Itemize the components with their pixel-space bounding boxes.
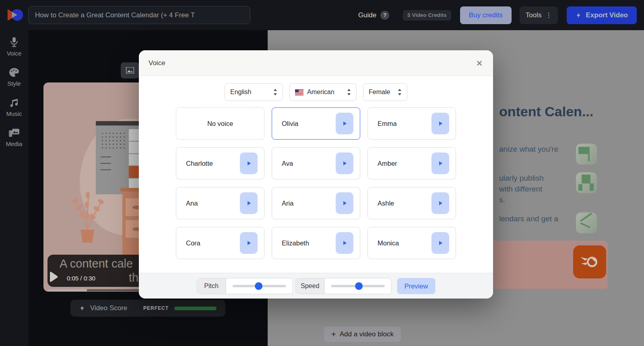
video-preview[interactable]: A content cale tha 0:05 / 0:30 xyxy=(43,82,147,292)
modal-title: Voice xyxy=(149,59,165,67)
sidebar-item-voice[interactable]: Voice xyxy=(7,37,22,57)
play-voice-button[interactable] xyxy=(336,192,353,214)
add-video-block-label: Add a video block xyxy=(340,330,394,338)
gender-value: Female xyxy=(369,89,390,96)
play-voice-button[interactable] xyxy=(336,113,353,134)
voice-name: Ava xyxy=(282,160,293,167)
media-icon xyxy=(8,128,20,138)
pitch-slider-thumb[interactable] xyxy=(255,282,262,290)
gender-select[interactable]: Female xyxy=(363,83,407,101)
voice-card-emma[interactable]: Emma xyxy=(367,107,456,140)
article-text: with different xyxy=(499,185,542,194)
voice-card-monica[interactable]: Monica xyxy=(367,227,456,259)
voice-card-ana[interactable]: Ana xyxy=(176,187,264,219)
voice-grid: No voice Olivia Emma Charlotte Ava Amber… xyxy=(176,107,456,259)
modal-header: Voice ✕ xyxy=(139,50,493,76)
media-thumbnail-button[interactable] xyxy=(121,62,139,78)
palette-icon xyxy=(9,68,19,77)
sidebar-item-media[interactable]: Media xyxy=(6,128,23,147)
play-icon xyxy=(437,200,444,207)
play-voice-button[interactable] xyxy=(431,232,449,254)
voice-name: Ashle xyxy=(378,200,394,207)
voice-name: Cora xyxy=(186,239,200,247)
article-text: ularly publish xyxy=(499,174,544,183)
play-icon xyxy=(341,120,348,127)
play-voice-button[interactable] xyxy=(431,113,449,134)
pitch-control: Pitch xyxy=(197,278,293,294)
guide-link[interactable]: Guide xyxy=(358,11,376,19)
microphone-icon xyxy=(9,37,19,47)
pitch-slider[interactable] xyxy=(226,278,293,294)
voice-modal: Voice ✕ English American Female xyxy=(139,50,493,299)
voice-card-ashle[interactable]: Ashle xyxy=(367,187,456,219)
play-voice-button[interactable] xyxy=(336,152,353,174)
play-icon xyxy=(341,200,348,207)
article-thumbnail xyxy=(576,144,597,165)
voice-name: Olivia xyxy=(282,120,298,128)
play-voice-button[interactable] xyxy=(240,232,258,254)
play-voice-button[interactable] xyxy=(336,232,353,254)
play-icon xyxy=(341,239,348,247)
video-score-label: Video Score xyxy=(90,304,127,312)
play-icon xyxy=(437,239,444,247)
voice-name: Aria xyxy=(282,200,293,207)
voice-filters: English American Female xyxy=(225,83,407,101)
voice-card-no-voice[interactable]: No voice xyxy=(176,107,264,140)
voice-card-olivia[interactable]: Olivia xyxy=(272,107,360,140)
voice-card-amber[interactable]: Amber xyxy=(367,147,456,179)
updown-caret-icon xyxy=(273,89,277,95)
video-title-input[interactable] xyxy=(28,6,250,24)
voice-name: Emma xyxy=(378,120,397,128)
play-voice-button[interactable] xyxy=(240,152,258,174)
sidebar-item-music[interactable]: Music xyxy=(6,98,22,117)
progress-bar-elapsed[interactable] xyxy=(48,289,87,291)
speed-slider[interactable] xyxy=(325,278,391,294)
kebab-menu-icon: ⋮ xyxy=(545,11,552,19)
sidebar-label: Media xyxy=(6,140,23,147)
play-voice-button[interactable] xyxy=(240,192,258,214)
voice-card-ava[interactable]: Ava xyxy=(272,147,360,179)
voice-card-cora[interactable]: Cora xyxy=(176,227,264,259)
voice-name: No voice xyxy=(207,120,233,128)
add-video-block-button[interactable]: + Add a video block xyxy=(324,327,401,342)
play-voice-button[interactable] xyxy=(431,192,449,214)
video-score-bar[interactable]: Video Score PERFECT xyxy=(70,300,225,317)
play-voice-button[interactable] xyxy=(431,152,449,174)
accent-value: American xyxy=(307,89,334,96)
close-icon[interactable]: ✕ xyxy=(474,58,485,69)
pitch-slider-track[interactable] xyxy=(233,285,286,287)
plus-icon: + xyxy=(331,330,336,338)
voice-card-charlotte[interactable]: Charlotte xyxy=(176,147,264,179)
voice-name: Amber xyxy=(378,160,397,167)
sidebar-item-style[interactable]: Style xyxy=(7,68,21,87)
voice-card-elizabeth[interactable]: Elizabeth xyxy=(272,227,360,259)
article-text: anize what you're xyxy=(499,145,558,154)
article-heading: ontent Calen... xyxy=(499,104,593,119)
speed-slider-thumb[interactable] xyxy=(355,282,363,290)
modal-footer: Pitch Speed Preview xyxy=(139,273,493,299)
image-icon xyxy=(126,67,134,74)
subtitle-overlay[interactable]: A content cale tha 0:05 / 0:30 xyxy=(47,255,147,287)
play-icon xyxy=(341,160,348,167)
export-video-button[interactable]: Export Video xyxy=(567,6,637,24)
buy-credits-button[interactable]: Buy credits xyxy=(460,6,512,24)
voice-name: Monica xyxy=(378,239,399,247)
app-logo-icon[interactable] xyxy=(6,6,24,24)
article-text: s. xyxy=(499,196,505,204)
voice-name: Elizabeth xyxy=(282,239,309,247)
top-bar: Guide ? 5 Video Credits Buy credits Tool… xyxy=(0,0,644,30)
play-icon[interactable] xyxy=(49,272,58,284)
illustration-plant xyxy=(64,178,111,243)
tools-button[interactable]: Tools ⋮ xyxy=(520,6,558,24)
speed-slider-track[interactable] xyxy=(331,285,385,287)
language-select[interactable]: English xyxy=(225,83,283,101)
help-icon[interactable]: ? xyxy=(380,11,389,20)
subtitle-text-line1: A content cale xyxy=(60,257,133,270)
voice-card-aria[interactable]: Aria xyxy=(272,187,360,219)
pitch-label: Pitch xyxy=(197,278,226,294)
sidebar-label: Style xyxy=(7,80,21,87)
progress-bar-remaining[interactable] xyxy=(87,289,147,291)
preview-button[interactable]: Preview xyxy=(397,278,436,294)
accent-select[interactable]: American xyxy=(289,83,357,101)
play-icon xyxy=(245,160,252,167)
